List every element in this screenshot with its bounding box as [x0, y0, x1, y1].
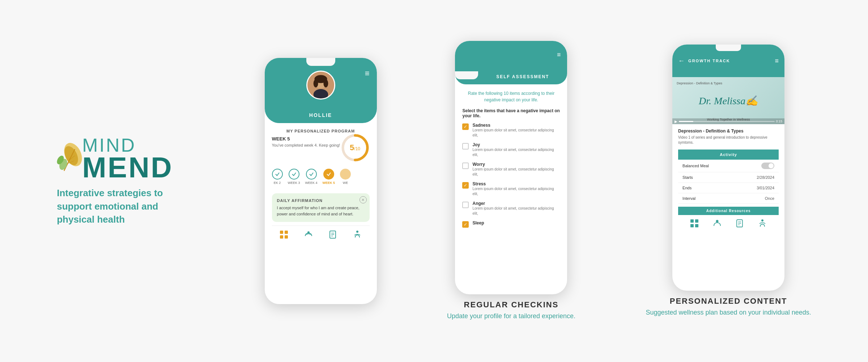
week-dot-2	[272, 169, 283, 180]
activity-starts-row: Starts 2/28/2024	[678, 172, 779, 183]
nav-hands-icon[interactable]	[303, 230, 314, 240]
phone3-title: GROWTH TRACK	[688, 59, 730, 63]
phone1-username: HOLLIE	[265, 112, 377, 118]
nav-meditation-icon[interactable]	[352, 230, 362, 240]
assess-desc-worry: Lorem ipsum dolor sit amet, consectetur …	[472, 167, 560, 177]
week-timeline: EK 2 WEEK 3 WEEK 4	[272, 165, 370, 188]
phone2: SELF ASSESSMENT ≡ Rate the following 10 …	[455, 41, 567, 294]
affirmation-close-button[interactable]: ✕	[359, 196, 367, 203]
phone2-notch	[455, 71, 478, 79]
video-thumbnail[interactable]: Depression - Definition & Types Dr. Meli…	[672, 77, 784, 124]
phone1-avatar	[306, 71, 335, 100]
starts-value: 2/28/2024	[757, 175, 774, 180]
svg-point-11	[323, 79, 328, 87]
additional-resources-header: Additional Resources	[678, 207, 779, 215]
assess-label-joy: Joy	[472, 142, 560, 147]
phone2-menu-icon[interactable]: ≡	[557, 51, 561, 59]
assess-desc-stress: Lorem ipsum dolor sit amet, consectetur …	[472, 186, 560, 197]
content-title: Depression - Definition & Types	[678, 129, 779, 134]
video-progress-track	[679, 121, 774, 122]
activity-header: Activity	[678, 150, 779, 160]
assess-item-sadness-text: Sadness Lorem ipsum dolor sit amet, cons…	[472, 123, 560, 138]
assess-item-anger[interactable]: Anger Lorem ipsum dolor sit amet, consec…	[462, 201, 560, 216]
self-assess-instruction: Select the items that have a negative im…	[462, 108, 560, 118]
assess-item-stress[interactable]: ✓ Stress Lorem ipsum dolor sit amet, con…	[462, 181, 560, 197]
affirmation-title: DAILY AFFIRMATION	[277, 198, 365, 203]
caption2-title: REGULAR CHECKINS	[447, 300, 575, 310]
balanced-meal-toggle[interactable]	[761, 163, 774, 169]
affirmation-card: ✕ DAILY AFFIRMATION I accept myself for …	[272, 193, 370, 222]
week-sub: You've completed week 4. Keep going!	[272, 143, 340, 147]
assess-item-worry[interactable]: Worry Lorem ipsum dolor sit amet, consec…	[462, 162, 560, 177]
week-item-3: WEEK 3	[288, 169, 300, 185]
phone3-back-icon[interactable]: ←	[678, 57, 685, 65]
logo-text-block: MIND MEND	[82, 136, 173, 181]
phone2-body: Rate the following 10 items according to…	[455, 84, 567, 238]
phone3-caption: PERSONALIZED CONTENT Suggested wellness …	[646, 296, 811, 317]
svg-rect-27	[690, 224, 694, 227]
video-overlay-label: Depression - Definition & Types	[677, 81, 722, 85]
interval-value: Once	[765, 196, 774, 201]
phone3-header: ← GROWTH TRACK ≡	[672, 45, 784, 77]
program-title: MY PERSONALIZED PROGRAM	[272, 129, 370, 133]
logo-mend: MEND	[82, 155, 173, 181]
resource-meditation-icon[interactable]	[758, 219, 767, 228]
assess-desc-joy: Lorem ipsum dolor sit amet, consectetur …	[472, 147, 560, 157]
phone1-header: ≡ HOLLIE	[265, 58, 377, 123]
week-dot-3	[289, 169, 299, 180]
assess-item-sleep[interactable]: ✓ Sleep	[462, 220, 560, 228]
nav-grid-icon[interactable]	[279, 230, 289, 240]
svg-point-34	[761, 219, 763, 222]
week-dot-4	[306, 169, 317, 180]
assess-desc-sadness: Lorem ipsum dolor sit amet, consectetur …	[472, 128, 560, 138]
checkbox-worry[interactable]	[462, 163, 469, 169]
page-wrapper: MIND MEND Integrative strategies to supp…	[0, 0, 868, 362]
phone3-content: Depression - Definition & Types Video 1 …	[672, 124, 784, 236]
svg-rect-15	[280, 231, 283, 234]
resource-grid-icon[interactable]	[690, 219, 699, 228]
assess-item-sleep-text: Sleep	[472, 220, 484, 226]
self-assess-prompt: Rate the following 10 items according to…	[462, 90, 560, 103]
content-desc: Video 1 of series and general introducti…	[678, 135, 779, 145]
checkbox-sleep[interactable]: ✓	[462, 221, 469, 228]
video-progress-fill	[679, 121, 693, 122]
starts-label: Starts	[682, 175, 693, 180]
assess-item-anger-text: Anger Lorem ipsum dolor sit amet, consec…	[472, 201, 560, 216]
week-dot-next	[340, 169, 351, 180]
avatar-svg	[307, 72, 334, 98]
svg-rect-26	[695, 219, 698, 223]
checkbox-joy[interactable]	[462, 143, 469, 150]
phone1-container: ≡ HOLLIE	[265, 58, 377, 304]
resource-journal-icon[interactable]	[735, 219, 744, 228]
resource-hands-icon[interactable]	[712, 219, 722, 228]
week-dot-5	[323, 169, 334, 180]
svg-point-29	[716, 220, 718, 223]
phone1-menu-icon[interactable]: ≡	[365, 69, 370, 78]
play-icon[interactable]: ▶	[675, 119, 677, 123]
week-item-2: EK 2	[272, 169, 283, 185]
activity-meal-label: Balanced Meal	[682, 164, 709, 168]
assess-item-stress-text: Stress Lorem ipsum dolor sit amet, conse…	[472, 181, 560, 197]
left-section: MIND MEND Integrative strategies to supp…	[57, 136, 194, 226]
svg-rect-28	[695, 224, 698, 227]
assess-item-joy[interactable]: Joy Lorem ipsum dolor sit amet, consecte…	[462, 142, 560, 157]
svg-rect-25	[690, 219, 694, 223]
week-item-next: WE	[340, 169, 351, 185]
activity-meal-row: Balanced Meal	[678, 160, 779, 172]
logo-icon	[57, 142, 82, 174]
assess-item-sadness[interactable]: ✓ Sadness Lorem ipsum dolor sit amet, co…	[462, 123, 560, 138]
checkbox-anger[interactable]	[462, 202, 469, 208]
week-num-5: WEEK 5	[323, 181, 335, 185]
nav-journal-icon[interactable]	[328, 230, 338, 240]
caption3-title: PERSONALIZED CONTENT	[646, 296, 811, 306]
logo-area: MIND MEND	[57, 136, 173, 181]
week-item-5: WEEK 5	[323, 169, 335, 185]
svg-point-19	[307, 231, 310, 233]
svg-rect-18	[285, 235, 288, 239]
checkbox-sadness[interactable]: ✓	[462, 123, 469, 130]
video-time: 0:15	[776, 119, 783, 123]
assess-label-stress: Stress	[472, 181, 560, 186]
checkbox-stress[interactable]: ✓	[462, 182, 469, 189]
week-label: WEEK 5	[272, 136, 340, 142]
phone3-menu-icon[interactable]: ≡	[775, 57, 779, 65]
